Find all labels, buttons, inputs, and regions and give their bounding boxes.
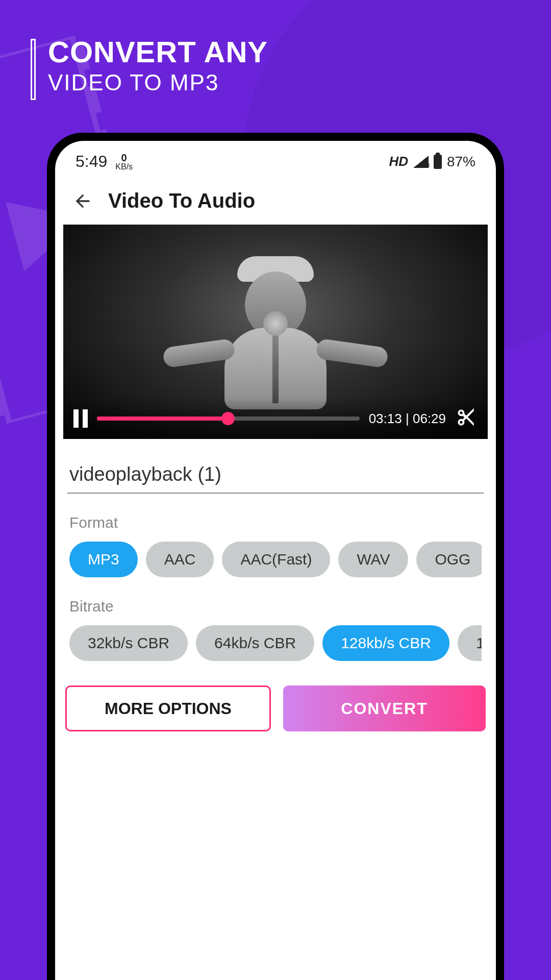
- phone-frame: 5:49 0 KB/s HD 87% Video To Audio: [47, 133, 504, 980]
- scissors-icon: [455, 406, 478, 429]
- status-bar: 5:49 0 KB/s HD 87%: [55, 141, 496, 175]
- bitrate-option[interactable]: 64kb/s CBR: [196, 625, 314, 661]
- bitrate-option[interactable]: 192kb/s CBR: [458, 625, 482, 661]
- promo-accent-bar: [31, 39, 36, 100]
- filename-input[interactable]: videoplayback (1): [67, 459, 484, 494]
- format-label: Format: [69, 514, 482, 531]
- signal-icon: [413, 156, 429, 168]
- bitrate-section: Bitrate 32kb/s CBR64kb/s CBR128kb/s CBR1…: [69, 598, 482, 661]
- battery-percent: 87%: [447, 154, 475, 170]
- video-time: 03:13 | 06:29: [369, 411, 446, 427]
- promo-line2: VIDEO TO MP3: [48, 70, 268, 95]
- arrow-left-icon: [72, 191, 93, 211]
- bitrate-options: 32kb/s CBR64kb/s CBR128kb/s CBR192kb/s C…: [69, 625, 482, 661]
- action-row: MORE OPTIONS CONVERT: [65, 685, 486, 731]
- video-player[interactable]: 03:13 | 06:29: [63, 225, 488, 439]
- format-options: MP3AACAAC(Fast)WAVOGGFLAC: [69, 542, 482, 577]
- status-time: 5:49: [76, 152, 107, 171]
- page-title: Video To Audio: [108, 189, 255, 212]
- seek-fill: [97, 416, 228, 421]
- promo-line1: CONVERT ANY: [48, 36, 268, 68]
- format-option[interactable]: MP3: [69, 542, 138, 577]
- status-network-speed: 0 KB/s: [115, 153, 133, 171]
- format-option[interactable]: AAC: [146, 542, 214, 577]
- phone-screen: 5:49 0 KB/s HD 87% Video To Audio: [55, 141, 496, 980]
- bitrate-option[interactable]: 32kb/s CBR: [69, 625, 188, 661]
- trim-button[interactable]: [455, 406, 478, 431]
- format-section: Format MP3AACAAC(Fast)WAVOGGFLAC: [69, 514, 482, 577]
- seek-bar[interactable]: [97, 416, 360, 421]
- pause-button[interactable]: [73, 409, 88, 428]
- more-options-button[interactable]: MORE OPTIONS: [65, 685, 271, 731]
- promo-banner: CONVERT ANY VIDEO TO MP3: [31, 36, 268, 100]
- video-controls: 03:13 | 06:29: [63, 398, 488, 439]
- microphone-illustration: [272, 332, 279, 403]
- battery-icon: [434, 155, 442, 169]
- back-button[interactable]: [71, 190, 94, 212]
- bitrate-option[interactable]: 128kb/s CBR: [322, 625, 449, 661]
- convert-button[interactable]: CONVERT: [283, 685, 486, 731]
- format-option[interactable]: WAV: [338, 542, 408, 577]
- format-option[interactable]: OGG: [416, 542, 482, 577]
- app-bar: Video To Audio: [55, 175, 496, 225]
- status-hd-icon: HD: [389, 154, 408, 169]
- format-option[interactable]: AAC(Fast): [222, 542, 330, 577]
- seek-thumb[interactable]: [221, 412, 235, 425]
- bitrate-label: Bitrate: [69, 598, 482, 615]
